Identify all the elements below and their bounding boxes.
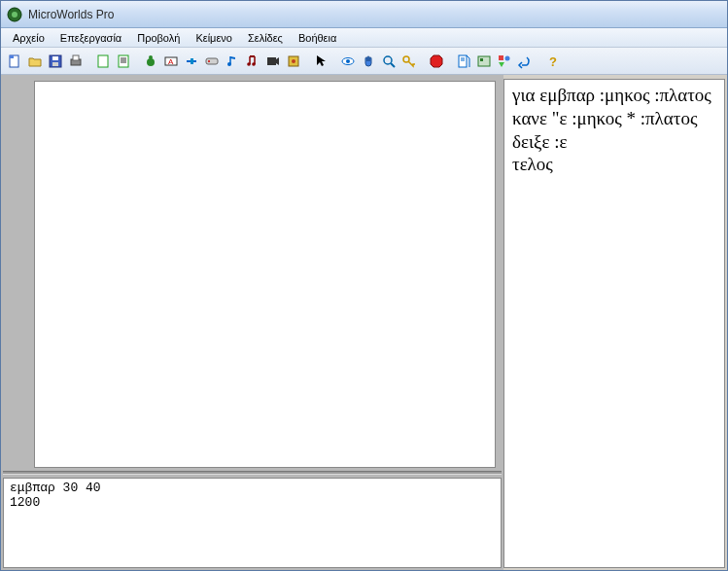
svg-rect-20 bbox=[206, 58, 218, 64]
svg-rect-6 bbox=[52, 62, 58, 66]
help-icon[interactable]: ? bbox=[542, 52, 562, 71]
video-icon[interactable] bbox=[263, 52, 283, 71]
splitter[interactable] bbox=[3, 471, 502, 475]
stamp-icon[interactable] bbox=[284, 52, 303, 71]
key-icon[interactable] bbox=[399, 52, 419, 71]
menu-pages[interactable]: Σελίδες bbox=[240, 30, 291, 46]
svg-point-23 bbox=[247, 62, 251, 66]
svg-rect-5 bbox=[52, 56, 58, 60]
page-icon[interactable] bbox=[93, 52, 113, 71]
svg-rect-38 bbox=[478, 56, 490, 66]
svg-point-31 bbox=[384, 56, 392, 64]
svg-text:?: ? bbox=[549, 54, 557, 69]
svg-line-32 bbox=[391, 63, 395, 67]
svg-point-30 bbox=[346, 59, 350, 63]
menu-view[interactable]: Προβολή bbox=[129, 30, 188, 46]
turtle-icon[interactable] bbox=[141, 52, 160, 71]
music-icon[interactable] bbox=[223, 52, 242, 71]
svg-point-14 bbox=[147, 58, 155, 66]
svg-rect-3 bbox=[10, 55, 14, 58]
magnifier-icon[interactable] bbox=[379, 52, 399, 71]
slider-icon[interactable] bbox=[182, 52, 201, 71]
button-icon[interactable] bbox=[202, 52, 222, 71]
menubar: Αρχείο Επεξεργασία Προβολή Κείμενο Σελίδ… bbox=[1, 28, 727, 48]
page-canvas[interactable] bbox=[34, 81, 496, 468]
titlebar: MicroWorlds Pro bbox=[1, 1, 727, 28]
print-icon[interactable] bbox=[66, 52, 86, 71]
svg-rect-10 bbox=[119, 55, 128, 67]
page-text-icon[interactable] bbox=[114, 52, 133, 71]
melody-icon[interactable] bbox=[243, 52, 262, 71]
svg-point-1 bbox=[12, 12, 17, 18]
app-icon bbox=[7, 7, 22, 22]
svg-point-28 bbox=[292, 59, 295, 63]
project-icon[interactable] bbox=[474, 52, 494, 71]
eye-icon[interactable] bbox=[338, 52, 358, 71]
stop-icon[interactable] bbox=[427, 52, 446, 71]
window-title: MicroWorlds Pro bbox=[28, 8, 114, 21]
pointer-icon[interactable] bbox=[311, 52, 330, 71]
undo-icon[interactable] bbox=[515, 52, 535, 71]
workspace: εμβπαρ 30 40 1200 για εμβπαρ :μηκος :πλα… bbox=[1, 75, 727, 570]
menu-edit[interactable]: Επεξεργασία bbox=[52, 30, 129, 46]
svg-rect-8 bbox=[73, 55, 79, 60]
command-center[interactable]: εμβπαρ 30 40 1200 bbox=[3, 478, 502, 568]
svg-point-22 bbox=[227, 62, 231, 66]
menu-file[interactable]: Αρχείο bbox=[5, 30, 52, 46]
procedures-pane[interactable]: για εμβπαρ :μηκος :πλατος κανε "ε :μηκος… bbox=[503, 79, 725, 568]
svg-point-24 bbox=[252, 62, 256, 66]
left-pane: εμβπαρ 30 40 1200 bbox=[1, 75, 503, 570]
textbox-icon[interactable]: A bbox=[161, 52, 181, 71]
svg-rect-9 bbox=[98, 55, 108, 67]
toolbar: A ? bbox=[1, 48, 727, 75]
hand-icon[interactable] bbox=[359, 52, 378, 71]
svg-rect-39 bbox=[480, 58, 483, 61]
open-file-icon[interactable] bbox=[25, 52, 45, 71]
save-icon[interactable] bbox=[46, 52, 65, 71]
new-file-icon[interactable] bbox=[5, 52, 24, 71]
svg-marker-34 bbox=[431, 55, 442, 67]
menu-text[interactable]: Κείμενο bbox=[188, 30, 240, 46]
svg-text:A: A bbox=[168, 57, 174, 66]
svg-point-41 bbox=[505, 55, 510, 60]
svg-rect-40 bbox=[499, 55, 503, 60]
procedures-icon[interactable] bbox=[454, 52, 473, 71]
svg-rect-26 bbox=[267, 57, 276, 65]
svg-rect-35 bbox=[459, 55, 467, 67]
menu-help[interactable]: Βοήθεια bbox=[291, 30, 344, 46]
svg-point-15 bbox=[149, 55, 153, 59]
shapes-icon[interactable] bbox=[495, 52, 514, 71]
svg-marker-42 bbox=[499, 62, 504, 67]
svg-rect-19 bbox=[191, 58, 193, 64]
svg-point-21 bbox=[208, 60, 210, 62]
